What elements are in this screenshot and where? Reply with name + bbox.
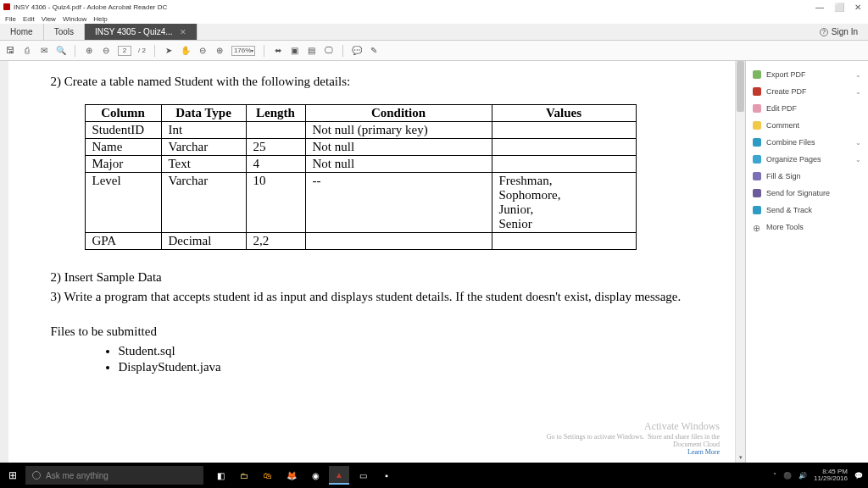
- app-terminal-icon[interactable]: ▪: [376, 466, 397, 485]
- page-number-input[interactable]: 2: [118, 46, 131, 56]
- cortana-icon: [32, 471, 41, 480]
- window-title: INSY 4306 - Quiz4.pdf - Adobe Acrobat Re…: [14, 3, 167, 11]
- window-maximize-button[interactable]: ⬜: [834, 3, 844, 12]
- th-column: Column: [85, 105, 161, 122]
- tools-item-label: Export PDF: [766, 70, 806, 79]
- fit-width-icon[interactable]: ⬌: [273, 46, 283, 56]
- tools-item-label: Edit PDF: [766, 104, 797, 113]
- menu-edit[interactable]: Edit: [23, 15, 35, 23]
- table-row: NameVarchar25Not null: [85, 139, 636, 156]
- document-page: 2) Create a table named Student with the…: [8, 61, 737, 463]
- system-tray[interactable]: ˄ ⚫ 🔊 8:45 PM 11/29/2016 💬: [773, 469, 868, 482]
- app-chrome-icon[interactable]: ◉: [305, 466, 326, 485]
- tools-item-label: Fill & Sign: [766, 172, 801, 180]
- app-firefox-icon[interactable]: 🦊: [281, 466, 302, 485]
- vertical-scrollbar[interactable]: ▴ ▾: [735, 61, 745, 463]
- scroll-down-icon[interactable]: ▾: [736, 454, 745, 463]
- tools-item-combine-files[interactable]: Combine Files⌄: [753, 134, 861, 151]
- app-store-icon[interactable]: 🛍: [258, 466, 278, 485]
- list-item: Student.sql: [119, 344, 695, 358]
- tool-icon: [753, 172, 761, 180]
- tools-item-edit-pdf[interactable]: Edit PDF: [753, 100, 861, 117]
- tray-network-icon[interactable]: ⚫: [783, 472, 792, 480]
- tools-item-organize-pages[interactable]: Organize Pages⌄: [753, 151, 861, 168]
- help-icon: ?: [820, 28, 828, 36]
- window-close-button[interactable]: ✕: [854, 3, 861, 12]
- chevron-down-icon: ⌄: [855, 156, 861, 164]
- tools-item-more-tools[interactable]: ⊕More Tools: [753, 219, 861, 236]
- tool-icon: [753, 189, 761, 197]
- menu-file[interactable]: File: [5, 15, 16, 23]
- task-view-icon[interactable]: ◧: [210, 466, 231, 485]
- tools-item-label: Send for Signature: [766, 189, 830, 197]
- tools-item-label: Combine Files: [766, 138, 815, 147]
- tool-icon: [753, 104, 761, 113]
- tab-close-icon[interactable]: ✕: [180, 28, 186, 36]
- start-button[interactable]: ⊞: [0, 469, 25, 481]
- tools-item-label: Create PDF: [766, 87, 807, 96]
- tab-tools[interactable]: Tools: [44, 24, 85, 40]
- zoom-select[interactable]: 176%: [231, 46, 255, 56]
- plus-icon: ⊕: [753, 223, 761, 231]
- document-viewport[interactable]: 2) Create a table named Student with the…: [0, 61, 745, 463]
- comment-icon[interactable]: 💬: [352, 46, 362, 56]
- table-row: MajorText4Not null: [85, 156, 636, 173]
- tools-item-create-pdf[interactable]: Create PDF⌄: [753, 83, 861, 100]
- app-explorer-icon[interactable]: 🗀: [234, 466, 254, 485]
- question-2b: 2) Insert Sample Data: [51, 270, 695, 285]
- tools-item-send-for-signature[interactable]: Send for Signature: [753, 185, 861, 202]
- app-acrobat-icon[interactable]: ▲: [329, 466, 349, 485]
- windows-taskbar: ⊞ Ask me anything ◧ 🗀 🛍 🦊 ◉ ▲ ▭ ▪ ˄ ⚫ 🔊 …: [0, 463, 868, 488]
- page-down-icon[interactable]: ⊖: [101, 46, 111, 56]
- fit-page-icon[interactable]: ▣: [290, 46, 300, 56]
- table-row: LevelVarchar10--Freshman,Sophomore,Junio…: [85, 173, 636, 233]
- tools-item-send-track[interactable]: Send & Track: [753, 202, 861, 219]
- tray-volume-icon[interactable]: 🔊: [798, 472, 807, 480]
- pointer-icon[interactable]: ➤: [164, 46, 174, 56]
- search-placeholder: Ask me anything: [46, 471, 108, 480]
- activate-windows-watermark: Activate Windows Go to Settings to activ…: [547, 420, 720, 456]
- menu-window[interactable]: Window: [63, 15, 86, 23]
- hand-icon[interactable]: ✋: [181, 46, 191, 56]
- th-values: Values: [492, 105, 636, 122]
- page-count: / 2: [138, 47, 146, 54]
- zoom-in-icon[interactable]: ⊕: [214, 46, 225, 56]
- toolbar: 🖫 ⎙ ✉ 🔍 ⊕ ⊖ 2 / 2 ➤ ✋ ⊖ ⊕ 176% ⬌ ▣ ▤ 🖵 💬…: [0, 41, 868, 61]
- tool-icon: [753, 155, 761, 164]
- student-table: Column Data Type Length Condition Values…: [85, 104, 637, 250]
- tools-item-comment[interactable]: Comment: [753, 117, 861, 134]
- window-minimize-button[interactable]: —: [815, 3, 824, 12]
- tab-home[interactable]: Home: [0, 24, 44, 40]
- tools-item-export-pdf[interactable]: Export PDF⌄: [753, 66, 861, 83]
- menu-view[interactable]: View: [42, 15, 56, 23]
- tools-item-fill-sign[interactable]: Fill & Sign: [753, 168, 861, 185]
- app-generic-icon[interactable]: ▭: [353, 466, 373, 485]
- menu-help[interactable]: Help: [93, 15, 107, 23]
- scrollbar-thumb[interactable]: [737, 61, 744, 112]
- tools-item-label: Comment: [766, 121, 799, 130]
- zoom-out-icon[interactable]: ⊖: [198, 46, 208, 56]
- tool-icon: [753, 138, 761, 147]
- read-mode-icon[interactable]: 🖵: [324, 46, 334, 56]
- pdf-app-icon: [3, 3, 10, 10]
- learn-more-link[interactable]: Learn More: [687, 448, 720, 456]
- tools-item-label: Organize Pages: [766, 155, 821, 164]
- chevron-down-icon: ⌄: [855, 139, 861, 147]
- question-2-heading: 2) Create a table named Student with the…: [51, 75, 695, 89]
- taskbar-search[interactable]: Ask me anything: [25, 466, 203, 485]
- chevron-down-icon: ⌄: [855, 88, 861, 96]
- search-icon[interactable]: 🔍: [56, 46, 66, 56]
- save-icon[interactable]: 🖫: [5, 46, 15, 56]
- tool-icon: [753, 206, 761, 214]
- tools-item-label: More Tools: [766, 223, 804, 231]
- tray-notifications-icon[interactable]: 💬: [854, 472, 863, 480]
- tab-document-active[interactable]: INSY 4305 - Quiz4... ✕: [85, 24, 198, 40]
- sign-in-button[interactable]: ? Sign In: [810, 24, 868, 40]
- highlight-icon[interactable]: ✎: [369, 46, 379, 56]
- reflow-icon[interactable]: ▤: [307, 46, 317, 56]
- tray-up-icon[interactable]: ˄: [773, 472, 776, 480]
- taskbar-clock[interactable]: 8:45 PM 11/29/2016: [814, 469, 848, 482]
- print-icon[interactable]: ⎙: [22, 46, 32, 56]
- page-up-icon[interactable]: ⊕: [84, 46, 94, 56]
- mail-icon[interactable]: ✉: [39, 46, 49, 56]
